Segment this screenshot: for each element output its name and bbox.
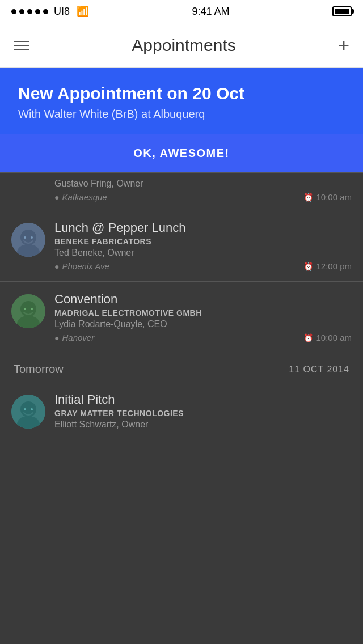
appointments-list: Gustavo Fring, Owner ● Kafkaesque ⏰ 10:0… [0,172,363,443]
hamburger-line-1 [14,41,29,42]
dot-1 [11,9,16,14]
appointment-location: ● Hanover [54,333,94,342]
time-text: 10:00 am [316,333,352,342]
appointment-person: Elliott Schwartz, Owner [54,420,352,430]
clock-icon: ⏰ [303,262,313,271]
svg-point-13 [24,408,26,410]
svg-point-8 [24,308,26,310]
notification-subtitle: With Walter White (BrB) at Albuquerq [18,108,345,121]
ok-awesome-button[interactable]: OK, AWESOME! [133,147,229,160]
dot-2 [19,9,24,14]
header: Appointments + [0,23,363,68]
appointment-meta: ● Hanover ⏰ 10:00 am [54,333,352,342]
appointment-person: Lydia Rodarte-Quayle, CEO [54,319,352,329]
hamburger-line-3 [14,49,29,50]
appointment-company: BENEKE FABRICATORS [54,237,352,246]
hamburger-line-2 [14,45,29,46]
avatar [11,395,45,429]
appointment-title: Initial Pitch [54,392,352,407]
avatar-svg [11,223,45,257]
cta-bar[interactable]: OK, AWESOME! [0,134,363,172]
appointment-time: ⏰ 10:00 am [303,333,352,342]
signal-area: UI8 📶 [11,5,89,18]
svg-point-3 [24,236,26,239]
partial-clock-icon: ⏰ [303,193,313,202]
signal-dots [11,9,48,14]
appointment-content: Initial Pitch GRAY MATTER TECHNOLOGIES E… [54,392,352,433]
appointment-content: Lunch @ Pepper Lunch BENEKE FABRICATORS … [54,221,352,271]
partial-time-text: 10:00 am [316,192,352,202]
avatar-svg [11,395,45,429]
svg-point-9 [31,308,33,310]
avatar [11,223,45,257]
appointment-content: Convention MADRIGAL ELECTROMOTIVE GMBH L… [54,292,352,342]
wifi-icon: 📶 [77,5,89,18]
location-icon: ● [54,262,59,271]
carrier-label: UI8 [54,6,70,18]
partial-person: Gustavo Fring, Owner [54,179,352,189]
partial-time: ⏰ 10:00 am [303,192,352,202]
partial-appointment-item[interactable]: Gustavo Fring, Owner ● Kafkaesque ⏰ 10:0… [0,172,363,210]
battery-icon [332,6,352,16]
avatar-svg [11,294,45,328]
appointment-location: ● Phoenix Ave [54,261,109,271]
appointment-company: MADRIGAL ELECTROMOTIVE GMBH [54,308,352,317]
tomorrow-date: 11 OCT 2014 [289,365,349,375]
location-text: Hanover [62,333,94,342]
dot-3 [27,9,32,14]
location-text: Phoenix Ave [62,261,109,271]
appointment-person: Ted Beneke, Owner [54,248,352,258]
battery-fill [335,9,349,14]
appointment-item[interactable]: Lunch @ Pepper Lunch BENEKE FABRICATORS … [0,210,363,281]
partial-meta: ● Kafkaesque ⏰ 10:00 am [54,192,352,202]
avatar [11,294,45,328]
svg-point-14 [31,408,33,410]
appointment-item[interactable]: Initial Pitch GRAY MATTER TECHNOLOGIES E… [0,382,363,443]
appointment-title: Lunch @ Pepper Lunch [54,221,352,235]
partial-location-icon: ● [54,193,59,202]
partial-location: ● Kafkaesque [54,192,107,202]
notification-title: New Appointment on 20 Oct [18,84,345,103]
location-icon: ● [54,333,59,342]
notification-banner: New Appointment on 20 Oct With Walter Wh… [0,68,363,134]
time-text: 12:00 pm [316,261,352,271]
appointment-company: GRAY MATTER TECHNOLOGIES [54,409,352,418]
menu-button[interactable] [14,41,29,50]
status-time: 9:41 AM [192,6,229,18]
appointment-item[interactable]: Convention MADRIGAL ELECTROMOTIVE GMBH L… [0,281,363,353]
dot-5 [43,9,48,14]
clock-icon: ⏰ [303,333,313,342]
add-appointment-button[interactable]: + [338,36,349,55]
page-title: Appointments [132,36,235,55]
dot-4 [35,9,40,14]
svg-point-4 [31,236,33,239]
status-bar: UI8 📶 9:41 AM [0,0,363,23]
tomorrow-label: Tomorrow [14,363,64,376]
partial-location-text: Kafkaesque [62,192,107,202]
appointment-title: Convention [54,292,352,307]
appointment-meta: ● Phoenix Ave ⏰ 12:00 pm [54,261,352,271]
appointment-time: ⏰ 12:00 pm [303,261,352,271]
tomorrow-section-header: Tomorrow 11 OCT 2014 [0,353,363,382]
